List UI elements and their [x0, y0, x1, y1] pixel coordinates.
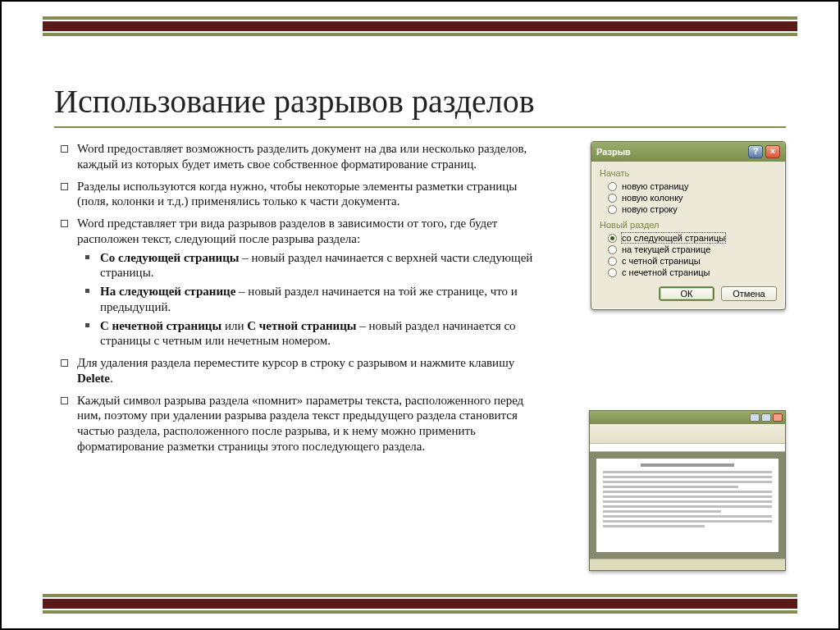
- mock-text-line: [603, 471, 772, 473]
- mock-toolbar: [590, 424, 785, 444]
- radio-label: со следующей страницы: [622, 233, 725, 243]
- maximize-icon: [761, 413, 771, 422]
- bullet-text: Word представляет три вида разрывов разд…: [77, 217, 497, 245]
- mock-text-line: [603, 476, 772, 478]
- bullet-item: Разделы используются когда нужно, чтобы …: [54, 179, 550, 210]
- mock-document-page: [596, 459, 778, 552]
- radio-icon: [608, 234, 617, 243]
- radio-icon: [608, 205, 617, 214]
- sub-bold2: С четной страницы: [247, 319, 356, 332]
- mock-text-line: [603, 525, 705, 527]
- bottom-border-band: [43, 594, 797, 614]
- group-label-new-section: Новый раздел: [600, 220, 777, 230]
- mock-text-line: [603, 520, 772, 523]
- group-label-start: Начать: [600, 168, 777, 178]
- bullet-text-bold: Delete: [77, 372, 110, 385]
- radio-label: с нечетной страницы: [622, 267, 710, 277]
- content-area: Word предоставляет возможность разделить…: [54, 141, 786, 571]
- mock-statusbar: [590, 559, 785, 570]
- radio-label: новую колонку: [622, 193, 683, 203]
- dialog-body: Начать новую страницу новую колонку нову…: [591, 162, 785, 309]
- bullet-item: Word предоставляет возможность разделить…: [54, 141, 550, 172]
- minimize-icon: [750, 413, 760, 422]
- bullet-text: Каждый символ разрыва раздела «помнит» п…: [77, 394, 523, 453]
- mock-ruler: [590, 444, 785, 452]
- help-button[interactable]: ?: [748, 145, 763, 158]
- bullet-item: Каждый символ разрыва раздела «помнит» п…: [54, 393, 550, 454]
- mock-text-line: [603, 481, 772, 483]
- dialog-titlebar: Разрыв ? ×: [591, 142, 785, 162]
- sub-bold: С нечетной страницы: [100, 319, 221, 332]
- slide: Использование разрывов разделов Word пре…: [0, 0, 840, 630]
- maroon-bar: [43, 21, 797, 31]
- radio-icon: [608, 245, 617, 254]
- mock-page-area: [590, 452, 785, 559]
- sub-bullet-item: С нечетной страницы или С четной страниц…: [77, 318, 550, 349]
- radio-icon: [608, 194, 617, 203]
- sub-mid: или: [221, 319, 247, 332]
- olive-rule: [43, 16, 797, 20]
- radio-even-page[interactable]: с четной страницы: [600, 255, 777, 267]
- mock-text-line: [603, 486, 738, 488]
- dialog-title-text: Разрыв: [596, 147, 746, 157]
- bullet-text: Word предоставляет возможность разделить…: [77, 142, 527, 171]
- mock-text-line: [603, 505, 772, 508]
- mock-text-line: [603, 491, 772, 493]
- mock-text-line: [603, 500, 772, 503]
- mock-titlebar: [590, 411, 785, 424]
- bullet-item: Для удаления раздела переместите курсор …: [54, 355, 550, 386]
- ok-button[interactable]: ОК: [659, 286, 714, 301]
- bullet-text-post: .: [110, 372, 113, 385]
- mock-text-line: [641, 463, 733, 467]
- top-border-band: [43, 16, 797, 36]
- close-button[interactable]: ×: [765, 145, 780, 158]
- title-underline: [54, 126, 786, 128]
- radio-odd-page[interactable]: с нечетной страницы: [600, 267, 777, 278]
- bullet-item: Word представляет три вида разрывов разд…: [54, 216, 550, 349]
- radio-label: новую страницу: [622, 181, 688, 191]
- sub-bullet-list: Со следующей страницы – новый раздел нач…: [77, 250, 550, 349]
- break-dialog: Разрыв ? × Начать новую страницу новую к…: [591, 141, 786, 310]
- olive-rule: [43, 610, 797, 614]
- word-window-screenshot: [589, 410, 786, 571]
- dialog-button-row: ОК Отмена: [600, 286, 777, 301]
- sub-bold: На следующей странице: [100, 285, 235, 298]
- cancel-button[interactable]: Отмена: [721, 286, 777, 301]
- bullet-text: Разделы используются когда нужно, чтобы …: [77, 180, 517, 208]
- radio-icon: [608, 268, 617, 277]
- radio-label: новую строку: [622, 204, 678, 214]
- olive-rule: [43, 33, 797, 36]
- radio-icon: [608, 182, 617, 191]
- sub-bold: Со следующей страницы: [100, 251, 240, 264]
- slide-title: Использование разрывов разделов: [54, 82, 535, 121]
- bullet-list: Word предоставляет возможность разделить…: [54, 141, 550, 454]
- image-column: Разрыв ? × Начать новую страницу новую к…: [573, 141, 786, 571]
- sub-bullet-item: На следующей странице – новый раздел нач…: [77, 284, 550, 315]
- mock-text-line: [603, 515, 772, 518]
- radio-new-column[interactable]: новую колонку: [600, 192, 777, 203]
- radio-current-page[interactable]: на текущей странице: [600, 244, 777, 255]
- mock-text-line: [603, 495, 772, 498]
- radio-label: с четной страницы: [622, 256, 701, 266]
- radio-next-page[interactable]: со следующей страницы: [600, 232, 777, 244]
- radio-new-page[interactable]: новую страницу: [600, 180, 777, 192]
- olive-rule: [43, 594, 797, 597]
- radio-label: на текущей странице: [622, 244, 710, 254]
- sub-bullet-item: Со следующей страницы – новый раздел нач…: [77, 250, 550, 281]
- radio-icon: [608, 257, 617, 266]
- mock-text-line: [603, 510, 721, 513]
- close-icon: [773, 413, 783, 422]
- radio-new-line[interactable]: новую строку: [600, 203, 777, 215]
- text-column: Word предоставляет возможность разделить…: [54, 141, 550, 571]
- maroon-bar: [43, 599, 797, 609]
- bullet-text-pre: Для удаления раздела переместите курсор …: [77, 356, 514, 369]
